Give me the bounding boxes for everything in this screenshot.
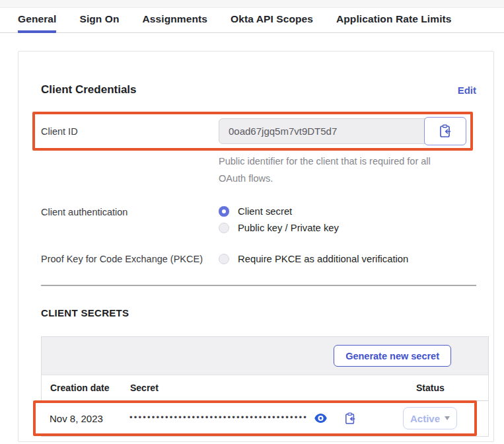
chevron-down-icon — [445, 416, 450, 420]
radio-unselected-icon[interactable] — [219, 223, 229, 233]
client-secrets-table: Generate new secret Creation date Secret… — [41, 336, 489, 437]
client-authentication-row: Client authentication Client secret Publ… — [41, 206, 476, 233]
status-dropdown[interactable]: Active — [403, 407, 457, 429]
card-title: Client Credentials — [41, 83, 137, 96]
card-header: Client Credentials Edit — [41, 83, 476, 96]
reveal-secret-button[interactable] — [314, 414, 327, 423]
edit-link[interactable]: Edit — [458, 85, 476, 96]
option-label: Client secret — [238, 206, 292, 217]
secret-creation-date: Nov 8, 2023 — [50, 413, 129, 424]
table-header-row: Creation date Secret Status — [42, 375, 488, 401]
pkce-row: Proof Key for Code Exchange (PKCE) Requi… — [41, 254, 476, 264]
client-id-input[interactable] — [219, 118, 428, 144]
app-tabbar: General Sign On Assignments Okta API Sco… — [0, 8, 504, 33]
client-id-input-group — [219, 117, 466, 145]
pkce-checkbox-option[interactable]: Require PKCE as additional verification — [219, 254, 408, 264]
highlight-box-client-secret: Nov 8, 2023 ••••••••••••••••••••••••••••… — [33, 400, 477, 436]
client-authentication-options: Client secret Public key / Private key — [219, 206, 339, 233]
copy-client-id-button[interactable] — [424, 117, 466, 145]
secret-cell: •••••••••••••••••••••••••••••••••••••••• — [129, 412, 403, 425]
status-badge: Active — [410, 413, 440, 424]
clipboard-copy-icon — [439, 124, 452, 138]
section-divider — [41, 285, 476, 286]
option-client-secret[interactable]: Client secret — [219, 206, 339, 217]
client-credentials-card: Client Credentials Edit Client ID — [18, 51, 494, 442]
header-secret: Secret — [130, 383, 416, 393]
tab-application-rate-limits[interactable]: Application Rate Limits — [336, 8, 452, 33]
header-status: Status — [416, 383, 480, 393]
clipboard-copy-icon — [345, 412, 356, 425]
eye-icon — [314, 414, 327, 423]
option-public-private-key[interactable]: Public key / Private key — [219, 223, 339, 233]
generate-new-secret-button[interactable]: Generate new secret — [334, 345, 451, 367]
client-secrets-title: CLIENT SECRETS — [41, 307, 476, 318]
pkce-checkbox-label: Require PKCE as additional verification — [238, 254, 408, 264]
secrets-toolbar: Generate new secret — [42, 337, 488, 375]
client-authentication-label: Client authentication — [41, 206, 219, 233]
copy-secret-button[interactable] — [345, 412, 356, 425]
tab-okta-api-scopes[interactable]: Okta API Scopes — [231, 8, 313, 33]
table-row: Nov 8, 2023 ••••••••••••••••••••••••••••… — [36, 403, 474, 433]
pkce-label: Proof Key for Code Exchange (PKCE) — [41, 254, 219, 264]
tab-sign-on[interactable]: Sign On — [79, 8, 119, 33]
tab-assignments[interactable]: Assignments — [143, 8, 207, 33]
radio-selected-icon[interactable] — [219, 206, 229, 217]
window-top-strip — [0, 0, 504, 8]
header-creation-date: Creation date — [50, 383, 130, 393]
option-label: Public key / Private key — [238, 223, 339, 233]
masked-secret-value: •••••••••••••••••••••••••••••••••••••••• — [129, 413, 308, 422]
client-id-help-text: Public identifier for the client that is… — [219, 153, 454, 187]
client-id-label: Client ID — [41, 126, 219, 137]
client-id-row: Client ID — [35, 114, 470, 148]
highlight-box-client-id: Client ID — [32, 112, 473, 151]
checkbox-unchecked-icon[interactable] — [219, 254, 229, 264]
tab-general[interactable]: General — [18, 8, 56, 33]
